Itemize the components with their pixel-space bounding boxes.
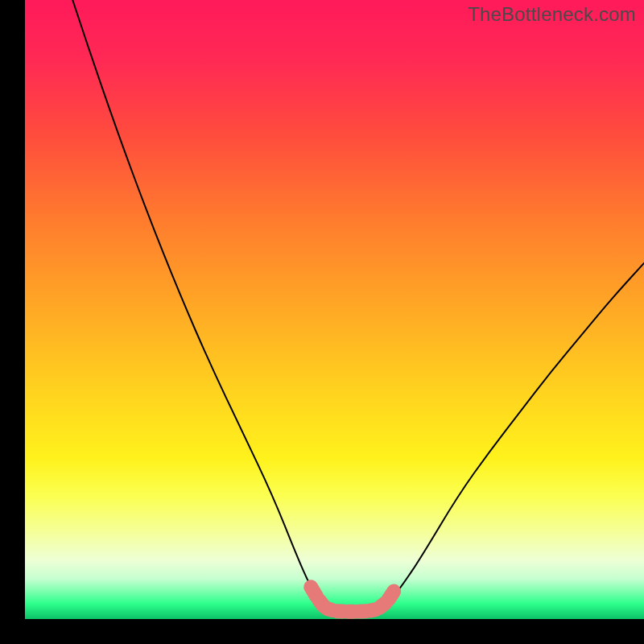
watermark-text: TheBottleneck.com [468,3,636,26]
heat-gradient [25,0,644,619]
chart-frame: TheBottleneck.com [25,0,644,619]
svg-rect-0 [25,0,644,619]
